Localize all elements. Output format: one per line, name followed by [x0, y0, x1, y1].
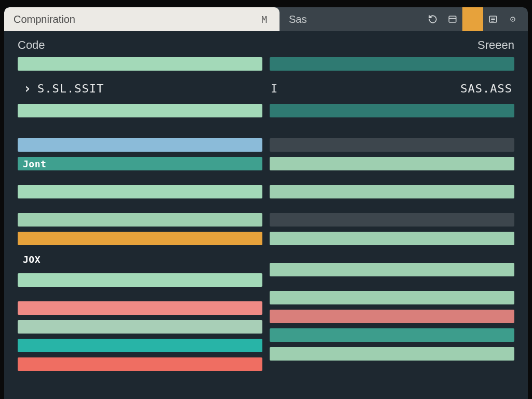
tab-active-suffix: M	[261, 14, 267, 25]
column-headers: Code Sreeen	[4, 31, 528, 57]
chevron-right-icon: ›	[18, 81, 37, 96]
right-row[interactable]	[270, 157, 514, 170]
left-row[interactable]	[18, 104, 262, 117]
spacer	[270, 176, 514, 185]
selector-separator: I	[270, 82, 279, 95]
selector-row[interactable]: ›S.SL.SSIT	[18, 77, 262, 100]
spacer	[18, 292, 262, 301]
tab-inactive[interactable]: Sas	[280, 7, 316, 31]
left-row[interactable]	[18, 357, 262, 371]
right-column: ISAS.ASS	[270, 57, 514, 399]
right-row[interactable]	[270, 138, 514, 152]
body: ›S.SL.SSITJontJOX ISAS.ASS	[4, 57, 528, 399]
spacer	[270, 204, 514, 213]
spacer	[270, 254, 514, 263]
left-row[interactable]	[18, 339, 262, 352]
header-left: Code	[18, 38, 477, 52]
more-icon[interactable]	[503, 7, 523, 31]
left-row: JOX	[18, 250, 262, 268]
spacer	[18, 204, 262, 213]
right-row[interactable]	[270, 328, 514, 342]
right-row[interactable]	[270, 347, 514, 361]
tab-active-title: Compniration	[14, 14, 261, 25]
tab-inactive-title: Sas	[289, 14, 307, 25]
left-row[interactable]	[18, 320, 262, 334]
right-row[interactable]	[270, 310, 514, 323]
selector-right-text: SAS.ASS	[460, 82, 514, 95]
svg-rect-0	[449, 16, 456, 22]
spacer	[270, 123, 514, 138]
right-row[interactable]	[270, 185, 514, 198]
tab-bar: Compniration M Sas	[4, 7, 528, 31]
right-row[interactable]	[270, 104, 514, 117]
left-row[interactable]	[18, 232, 262, 245]
toolbar	[423, 7, 528, 31]
app-window: Compniration M Sas	[4, 7, 528, 399]
left-row[interactable]: Jont	[18, 157, 262, 170]
right-row[interactable]	[270, 213, 514, 227]
panel-icon[interactable]	[443, 7, 462, 31]
svg-point-7	[512, 19, 513, 20]
left-row[interactable]	[18, 57, 262, 71]
selector-row-right: ISAS.ASS	[270, 77, 514, 100]
left-row[interactable]	[18, 213, 262, 227]
right-row[interactable]	[270, 57, 514, 71]
left-row[interactable]	[18, 301, 262, 315]
left-row[interactable]	[18, 138, 262, 152]
refresh-icon[interactable]	[423, 7, 443, 31]
spacer	[18, 176, 262, 185]
right-row[interactable]	[270, 291, 514, 304]
list-icon[interactable]	[483, 7, 503, 31]
header-right: Sreeen	[477, 38, 514, 52]
right-row[interactable]	[270, 263, 514, 276]
spacer	[18, 123, 262, 138]
left-column: ›S.SL.SSITJontJOX	[18, 57, 262, 399]
tab-active[interactable]: Compniration M	[4, 7, 280, 31]
left-row[interactable]	[18, 273, 262, 287]
right-row[interactable]	[270, 232, 514, 245]
spacer	[270, 282, 514, 291]
highlight-icon[interactable]	[462, 7, 483, 31]
left-row[interactable]	[18, 185, 262, 198]
selector-left-text: S.SL.SSIT	[37, 82, 104, 95]
